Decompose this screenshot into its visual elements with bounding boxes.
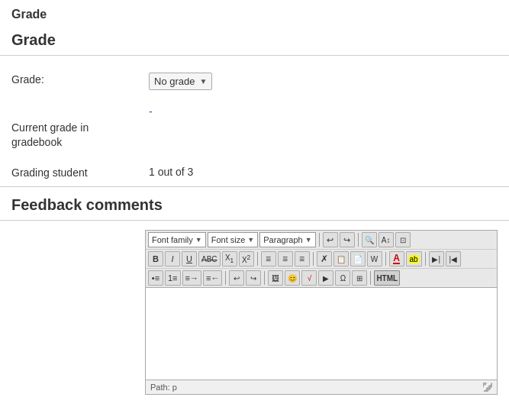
paragraph-dropdown[interactable]: Paragraph ▼ [259,232,315,247]
fullscreen-button[interactable]: ⊡ [395,232,411,247]
list-indent-button[interactable]: ≡→ [182,270,201,286]
eraser-icon: ✗ [321,254,328,264]
resize-handle[interactable] [483,383,492,392]
image-icon: 🖼 [272,274,279,283]
unordered-list-button[interactable]: •≡ [148,270,163,286]
font-family-arrow: ▼ [195,236,202,244]
redo2-icon: ↪ [250,274,256,283]
subscript-button[interactable]: X1 [222,251,237,267]
toolbar-row-2: B I U ABC X1 X2 ≡ ≡ [146,249,497,268]
find-icon: A↕ [382,236,391,244]
align-center-icon: ≡ [282,254,288,264]
grade-section-title: Grade [0,25,509,56]
undo2-icon: ↩ [234,274,240,283]
grade-select-arrow: ▼ [199,77,207,86]
subscript-icon: X1 [225,254,234,264]
search-icon: 🔍 [365,236,374,244]
image-button[interactable]: 🖼 [268,270,283,286]
redo-button[interactable] [340,232,355,247]
grade-value: No grade ▼ [149,69,498,90]
undo2-button[interactable]: ↩ [229,270,244,286]
paste-word-icon: W [371,255,378,263]
ordered-list-icon: 1≡ [168,273,178,283]
current-grade-value: - [149,102,498,118]
grading-student-label: Grading student [11,163,149,181]
redo-icon [343,235,350,245]
align-center-button[interactable]: ≡ [278,251,293,267]
sep2 [358,233,359,247]
search-replace-button[interactable]: 🔍 [362,232,377,247]
bold-button[interactable]: B [148,251,163,267]
equation-button[interactable]: √ [301,270,317,286]
feedback-section-title: Feedback comments [0,186,509,221]
undo-button[interactable] [323,232,338,247]
feedback-editor: Font family ▼ Font size ▼ Paragraph ▼ [145,230,498,395]
indent-more-icon: ▶| [432,255,440,263]
grading-student-row: Grading student 1 out of 3 [11,157,498,187]
page-header: Grade [0,0,509,25]
sep9 [370,271,371,285]
list-outdent-button[interactable]: ≡← [203,270,222,286]
paste-icon: 📋 [337,255,346,263]
underline-button[interactable]: U [182,251,197,267]
editor-footer: Path: p [146,380,497,394]
highlight-icon: ab [409,255,419,263]
grade-label: Grade: [11,69,149,88]
sep8 [264,271,265,285]
font-color-button[interactable]: A [389,251,404,267]
find-button[interactable]: A↕ [379,232,394,247]
page-header-text: Grade [11,8,47,21]
sep6 [425,252,426,266]
sep5 [385,252,386,266]
ordered-list-button[interactable]: 1≡ [165,270,181,286]
font-family-dropdown[interactable]: Font family ▼ [148,232,206,247]
sep3 [257,252,258,266]
equation-icon: √ [308,274,312,283]
align-right-icon: ≡ [299,254,304,264]
grade-form: Grade: No grade ▼ Current grade in grade… [0,63,509,186]
font-size-arrow: ▼ [247,236,254,244]
toolbar-row-3: •≡ 1≡ ≡→ ≡← ↩ ↪ 🖼 😊 [146,268,497,287]
align-left-icon: ≡ [266,254,271,264]
strikethrough-button[interactable]: ABC [198,251,221,267]
paste-text-button[interactable]: 📄 [350,251,366,267]
redo2-button[interactable]: ↪ [246,270,261,286]
html-label: HTML [376,274,398,283]
grade-row: Grade: No grade ▼ [11,63,498,96]
strikethrough-icon: ABC [201,255,217,263]
font-color-icon: A [393,254,400,264]
undo-icon [327,235,333,245]
editor-path: Path: p [150,383,177,392]
smiley-icon: 😊 [288,274,297,283]
paste-button[interactable]: 📋 [333,251,349,267]
sep1 [319,233,320,247]
table-icon: ⊞ [356,274,362,283]
unordered-list-icon: •≡ [152,273,159,283]
font-size-dropdown[interactable]: Font size ▼ [208,232,259,247]
editor-body[interactable] [146,288,497,380]
list-indent-icon: ≡→ [185,273,198,283]
grade-select[interactable]: No grade ▼ [149,73,212,90]
paste-word-button[interactable]: W [367,251,382,267]
indent-less-icon: |◀ [449,255,457,263]
align-left-button[interactable]: ≡ [261,251,276,267]
italic-button[interactable]: I [165,251,180,267]
media-button[interactable]: ▶ [318,270,333,286]
paste-text-icon: 📄 [353,255,362,263]
grading-student-value: 1 out of 3 [149,163,498,178]
eraser-button[interactable]: ✗ [317,251,332,267]
indent-more-button[interactable]: ▶| [429,251,444,267]
superscript-icon: X2 [242,254,250,264]
align-right-button[interactable]: ≡ [295,251,310,267]
paragraph-arrow: ▼ [305,236,312,244]
special-char-button[interactable]: Ω [335,270,350,286]
superscript-button[interactable]: X2 [239,251,254,267]
sep7 [225,271,226,285]
sep4 [313,252,314,266]
html-source-button[interactable]: HTML [374,270,400,286]
indent-less-button[interactable]: |◀ [446,251,461,267]
table-button[interactable]: ⊞ [352,270,367,286]
smiley-button[interactable]: 😊 [285,270,300,286]
highlight-button[interactable]: ab [406,251,422,267]
editor-toolbar: Font family ▼ Font size ▼ Paragraph ▼ [146,231,497,288]
